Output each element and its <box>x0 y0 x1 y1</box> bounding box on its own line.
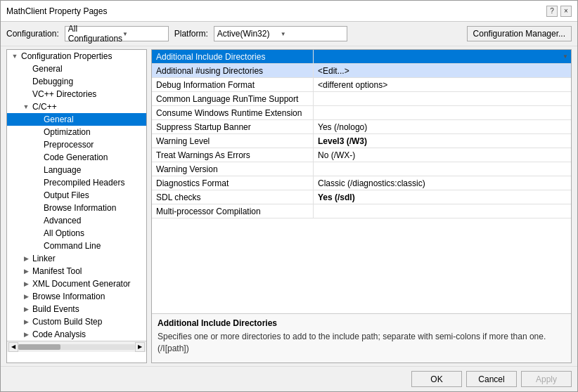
tree-label-command-line: Command Line <box>44 241 101 251</box>
prop-row-debug-format[interactable]: Debug Information Format<different optio… <box>152 78 571 92</box>
expand-icon-c-cpp: ▼ <box>21 103 31 110</box>
tree-item-c-general[interactable]: General <box>7 113 146 126</box>
expand-icon-config-props: ▼ <box>10 53 20 60</box>
tree-item-command-line[interactable]: Command Line <box>7 240 146 252</box>
tree-item-output-files[interactable]: Output Files <box>7 189 146 202</box>
tree-item-build-events[interactable]: ▶Build Events <box>7 303 146 315</box>
prop-name-warning-level: Warning Level <box>152 134 314 148</box>
tree-label-browse-info2: Browse Information <box>32 292 105 301</box>
expand-icon-code-analysis: ▶ <box>21 331 31 338</box>
main-content: ▼Configuration PropertiesGeneralDebuggin… <box>1 46 577 366</box>
dialog-title: MathClient Property Pages <box>6 6 107 16</box>
prop-row-mp-compile[interactable]: Multi-processor Compilation <box>152 204 571 218</box>
configuration-select[interactable]: All Configurations ▼ <box>65 26 169 41</box>
title-bar: MathClient Property Pages ? × <box>1 1 577 22</box>
scroll-track[interactable] <box>18 344 135 350</box>
tree-item-custom-build[interactable]: ▶Custom Build Step <box>7 315 146 328</box>
prop-value-add-include-dirs: ▼ <box>314 50 571 63</box>
tree-label-vc-dirs: VC++ Directories <box>32 89 96 99</box>
prop-name-treat-warnings: Treat Warnings As Errors <box>152 148 314 162</box>
prop-row-diag-format[interactable]: Diagnostics FormatClassic (/diagnostics:… <box>152 176 571 190</box>
prop-row-warning-level[interactable]: Warning LevelLevel3 (/W3) <box>152 134 571 148</box>
ok-button[interactable]: OK <box>411 371 462 387</box>
prop-value-diag-format: Classic (/diagnostics:classic) <box>314 176 571 190</box>
bottom-bar: OK Cancel Apply <box>1 366 577 391</box>
tree-item-precomp-hdrs[interactable]: Precompiled Headers <box>7 176 146 189</box>
tree-item-xml-doc[interactable]: ▶XML Document Generator <box>7 277 146 290</box>
tree-item-debugging[interactable]: Debugging <box>7 75 146 88</box>
scroll-left-arrow[interactable]: ◀ <box>8 342 18 352</box>
prop-dropdown-arrow-add-include-dirs[interactable]: ▼ <box>563 53 568 60</box>
tree-label-browse-info: Browse Information <box>44 203 116 213</box>
config-bar: Configuration: All Configurations ▼ Plat… <box>1 22 577 46</box>
tree-label-precomp-hdrs: Precompiled Headers <box>44 178 124 188</box>
prop-value-suppress-banner: Yes (/nologo) <box>314 120 571 133</box>
prop-name-suppress-banner: Suppress Startup Banner <box>152 120 314 133</box>
close-button[interactable]: × <box>560 6 572 17</box>
desc-text: Specifies one or more directories to add… <box>158 331 565 355</box>
tree-item-code-gen[interactable]: Code Generation <box>7 151 146 164</box>
cancel-button[interactable]: Cancel <box>466 371 517 387</box>
property-pages-dialog: MathClient Property Pages ? × Configurat… <box>0 0 578 392</box>
prop-row-suppress-banner[interactable]: Suppress Startup BannerYes (/nologo) <box>152 120 571 134</box>
prop-value-warning-version <box>314 162 571 176</box>
scroll-right-arrow[interactable]: ▶ <box>135 342 145 352</box>
tree-item-vc-dirs[interactable]: VC++ Directories <box>7 88 146 100</box>
props-table: Additional Include Directories▼Additiona… <box>152 50 571 313</box>
prop-value-mp-compile <box>314 204 571 218</box>
prop-value-treat-warnings: No (/WX-) <box>314 148 571 162</box>
tree-item-optimization[interactable]: Optimization <box>7 126 146 138</box>
scroll-thumb[interactable] <box>18 344 60 350</box>
expand-icon-build-events: ▶ <box>21 306 31 313</box>
config-dropdown-arrow: ▼ <box>122 31 165 37</box>
tree-label-code-analysis: Code Analysis <box>32 329 86 339</box>
tree-item-language[interactable]: Language <box>7 164 146 176</box>
tree-panel: ▼Configuration PropertiesGeneralDebuggin… <box>6 49 147 363</box>
tree-item-code-analysis[interactable]: ▶Code Analysis <box>7 328 146 341</box>
prop-name-clr-support: Common Language RunTime Support <box>152 92 314 105</box>
prop-row-add-using-dirs[interactable]: Additional #using Directories<Edit...> <box>152 64 571 78</box>
tree-label-manifest-tool: Manifest Tool <box>32 266 82 276</box>
tree-item-browse-info2[interactable]: ▶Browse Information <box>7 290 146 303</box>
config-manager-button[interactable]: Configuration Manager... <box>467 26 572 41</box>
help-button[interactable]: ? <box>546 6 558 17</box>
prop-name-debug-format: Debug Information Format <box>152 78 314 91</box>
desc-title: Additional Include Directories <box>158 318 565 328</box>
tree-item-config-props[interactable]: ▼Configuration Properties <box>7 50 146 63</box>
prop-value-consume-winrt <box>314 106 571 119</box>
prop-row-consume-winrt[interactable]: Consume Windows Runtime Extension <box>152 106 571 120</box>
tree-label-output-files: Output Files <box>44 190 89 200</box>
config-label: Configuration: <box>6 29 59 39</box>
tree-item-browse-info[interactable]: Browse Information <box>7 202 146 214</box>
prop-name-mp-compile: Multi-processor Compilation <box>152 204 314 218</box>
prop-row-treat-warnings[interactable]: Treat Warnings As ErrorsNo (/WX-) <box>152 148 571 162</box>
platform-label: Platform: <box>174 29 208 39</box>
prop-name-add-include-dirs: Additional Include Directories <box>152 50 314 63</box>
expand-icon-custom-build: ▶ <box>21 318 31 325</box>
apply-button[interactable]: Apply <box>521 371 572 387</box>
tree-item-manifest-tool[interactable]: ▶Manifest Tool <box>7 265 146 277</box>
tree-label-config-props: Configuration Properties <box>21 51 112 61</box>
tree-scrollbar[interactable]: ◀▶ <box>7 341 146 352</box>
prop-row-warning-version[interactable]: Warning Version <box>152 162 571 176</box>
prop-value-clr-support <box>314 92 571 105</box>
tree-item-c-cpp[interactable]: ▼C/C++ <box>7 100 146 113</box>
prop-name-consume-winrt: Consume Windows Runtime Extension <box>152 106 314 119</box>
tree-item-all-options[interactable]: All Options <box>7 227 146 240</box>
tree-label-all-options: All Options <box>44 228 84 238</box>
prop-row-clr-support[interactable]: Common Language RunTime Support <box>152 92 571 106</box>
platform-select[interactable]: Active(Win32) ▼ <box>214 26 347 41</box>
prop-value-add-using-dirs: <Edit...> <box>314 64 571 77</box>
prop-row-sdl-checks[interactable]: SDL checksYes (/sdl) <box>152 190 571 204</box>
tree-label-c-general: General <box>44 115 74 124</box>
prop-value-debug-format: <different options> <box>314 78 571 91</box>
prop-row-add-include-dirs[interactable]: Additional Include Directories▼ <box>152 50 571 64</box>
tree-label-preprocessor: Preprocessor <box>44 140 94 150</box>
prop-value-sdl-checks: Yes (/sdl) <box>314 190 571 204</box>
tree-item-linker[interactable]: ▶Linker <box>7 252 146 265</box>
tree-item-preprocessor[interactable]: Preprocessor <box>7 138 146 151</box>
tree-item-advanced[interactable]: Advanced <box>7 214 146 227</box>
tree-label-linker: Linker <box>32 254 56 263</box>
tree-item-general[interactable]: General <box>7 63 146 75</box>
expand-icon-xml-doc: ▶ <box>21 280 31 287</box>
